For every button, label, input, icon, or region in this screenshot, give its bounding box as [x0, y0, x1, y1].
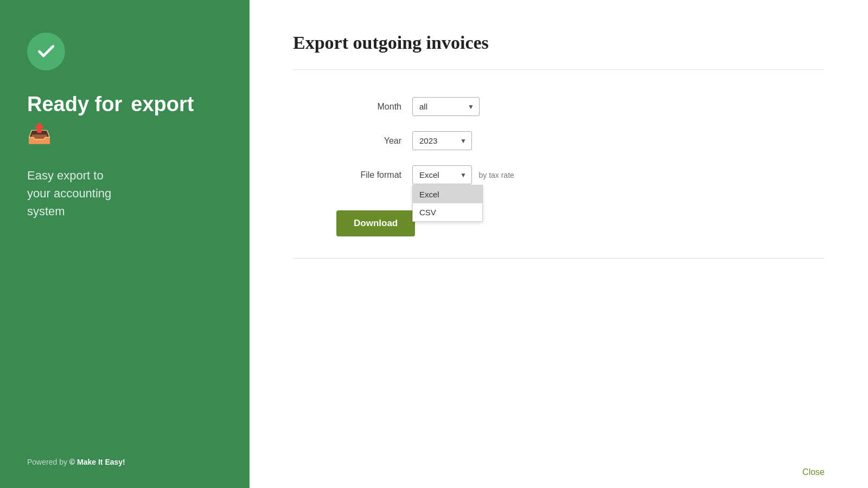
- year-row: Year 2021 2022 2023 2024 ▼: [336, 131, 472, 150]
- month-select-wrapper: all January February March April May Jun…: [412, 97, 480, 116]
- month-row: Month all January February March April M…: [336, 97, 480, 116]
- year-label: Year: [336, 136, 401, 146]
- check-circle-icon: [27, 33, 65, 70]
- by-tax-rate-label: by tax rate: [478, 171, 514, 179]
- file-format-row: File format Excel CSV ▼ Excel CSV by: [336, 165, 514, 184]
- dropdown-option-csv[interactable]: CSV: [413, 203, 482, 221]
- file-format-select-wrapper: Excel CSV ▼: [412, 165, 472, 184]
- file-format-label: File format: [336, 170, 401, 180]
- heading-line2: export: [131, 92, 194, 117]
- file-format-select[interactable]: Excel CSV: [412, 165, 472, 184]
- left-content: Ready for export 📤 Easy export to your a…: [27, 33, 228, 220]
- sidebar-heading: Ready for export 📤: [27, 92, 228, 145]
- close-link[interactable]: Close: [802, 467, 825, 477]
- heading-line1: Ready for: [27, 92, 122, 117]
- main-content: Export outgoing invoices Month all Janua…: [250, 0, 868, 457]
- powered-by-text: Powered by © Make It Easy!: [27, 458, 228, 466]
- page-title: Export outgoing invoices: [293, 33, 825, 53]
- footer-area: Close: [250, 457, 868, 488]
- file-format-dropdown: Excel CSV: [412, 185, 483, 222]
- year-select[interactable]: 2021 2022 2023 2024: [412, 131, 472, 150]
- sidebar-subheading: Easy export to your accounting system: [27, 166, 228, 220]
- export-form: Month all January February March April M…: [293, 97, 825, 236]
- year-select-wrapper: 2021 2022 2023 2024 ▼: [412, 131, 472, 150]
- file-format-container: Excel CSV ▼ Excel CSV by tax rate: [412, 165, 514, 184]
- heading-emoji: 📤: [27, 121, 52, 145]
- month-label: Month: [336, 102, 401, 112]
- month-select[interactable]: all January February March April May Jun…: [412, 97, 480, 116]
- download-button[interactable]: Download: [336, 210, 415, 236]
- right-panel: Export outgoing invoices Month all Janua…: [250, 0, 868, 488]
- top-divider: [293, 69, 825, 70]
- left-panel: Ready for export 📤 Easy export to your a…: [0, 0, 250, 488]
- bottom-divider: [293, 258, 825, 259]
- dropdown-option-excel[interactable]: Excel: [413, 185, 482, 203]
